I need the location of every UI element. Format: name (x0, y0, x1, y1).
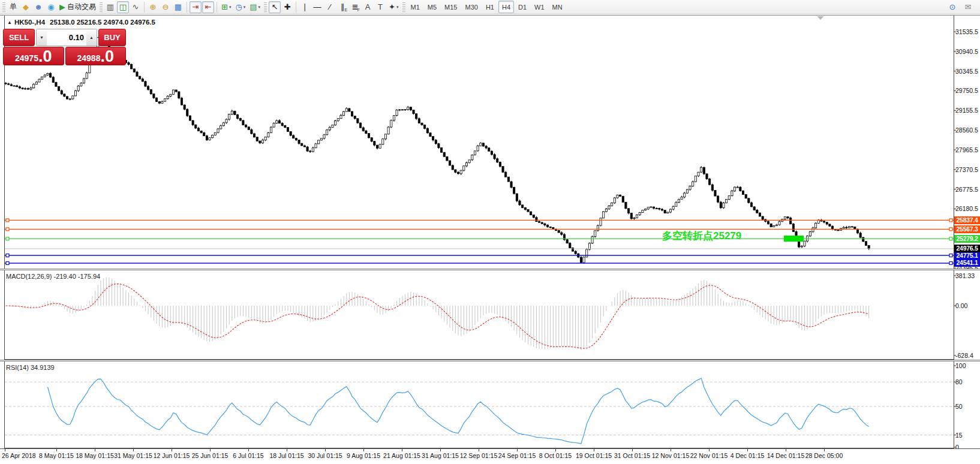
signal-icon-icon: ◉ (47, 2, 54, 11)
candlestick-button[interactable]: ◫ (117, 1, 129, 13)
fibonacci-button[interactable]: ≣F (349, 1, 361, 13)
cursor-button[interactable]: ↖ (269, 1, 281, 13)
highlight-rectangle[interactable] (784, 236, 804, 242)
time-label: 14 Dec 01:15 (767, 452, 804, 459)
line-anchor[interactable] (6, 228, 9, 231)
main-chart-plot[interactable] (0, 16, 980, 269)
time-label: 28 Dec 05:00 (805, 452, 843, 459)
chart-shift-button[interactable]: ⇤ (202, 1, 214, 13)
time-label: 31 May 01:15 (114, 452, 152, 459)
timeframe-m5-button[interactable]: M5 (424, 1, 440, 13)
level-price-label[interactable]: 24541.1 (954, 259, 980, 267)
search-icon-button[interactable]: ⊙ (946, 1, 958, 13)
new-order-button[interactable]: 单 (7, 1, 19, 13)
volume-increase-button[interactable]: ▲ (86, 29, 97, 46)
chat-bubbles-icon-button[interactable]: ✉ (962, 1, 974, 13)
level-price-label[interactable]: 25279.2 (954, 235, 980, 243)
line-chart-button[interactable]: ∿ (130, 1, 142, 13)
signal-icon[interactable]: ◉ (45, 1, 57, 13)
tile-windows-button[interactable]: ▦ (172, 1, 184, 13)
dropdown-arrow-icon[interactable]: ▾ (229, 5, 232, 10)
time-tick (287, 449, 287, 451)
time-tick (594, 449, 594, 451)
time-label: 31 Aug 01:15 (422, 452, 459, 459)
periods-button[interactable]: ◷▾ (233, 1, 247, 13)
time-label: 12 Sep 01:15 (460, 452, 497, 459)
volume-decrease-button[interactable]: ▼ (37, 29, 47, 46)
buy-price-button[interactable]: 24988 .0 (65, 47, 127, 65)
text-label-button[interactable]: T (374, 1, 386, 13)
time-label: 30 Jul 01:15 (308, 452, 342, 459)
rsi-scale-label: 50 (955, 403, 980, 410)
dropdown-arrow-icon[interactable]: ▾ (244, 5, 246, 10)
price-tick-label: 26775.5 (955, 186, 980, 193)
rsi-plot[interactable] (0, 361, 980, 448)
dropdown-arrow-icon[interactable]: ▾ (258, 5, 261, 10)
toolbar-group-objects: ∣—∕∥E≣FAT✦▾ (299, 1, 400, 13)
notebook-icon[interactable]: ◆ (20, 1, 32, 13)
zoom-in-button[interactable]: ⊕ (147, 1, 159, 13)
horizontal-line-button[interactable]: — (311, 1, 323, 13)
line-anchor[interactable] (949, 237, 952, 240)
sell-button[interactable]: SELL (3, 29, 35, 46)
macd-plot[interactable] (0, 270, 980, 360)
line-anchor[interactable] (6, 219, 9, 222)
timeframe-d1-button[interactable]: D1 (515, 1, 530, 13)
line-anchor[interactable] (6, 237, 9, 240)
toolbar-separator (144, 2, 145, 13)
timeframe-m30-button[interactable]: M30 (461, 1, 481, 13)
line-anchor[interactable] (6, 254, 9, 257)
time-tick (363, 449, 364, 451)
zoom-out-button[interactable]: ⊖ (160, 1, 172, 13)
tile-windows-icon: ▦ (175, 2, 182, 11)
crosshair-button[interactable]: ✚ (281, 1, 293, 13)
arrows-button[interactable]: ✦▾ (387, 1, 400, 13)
templates-button[interactable]: ▤▾ (248, 1, 262, 13)
toolbar-group-timeframes: M1M5M15M30H1H4D1W1MN (407, 1, 566, 13)
expert-advisor-icon[interactable]: ☻ (32, 1, 44, 13)
sell-price-button[interactable]: 24975 .0 (3, 47, 64, 65)
timeframe-m15-button[interactable]: M15 (441, 1, 461, 13)
line-anchor[interactable] (949, 228, 952, 231)
timeframe-h1-button[interactable]: H1 (482, 1, 498, 13)
time-label: 18 Jul 01:15 (269, 452, 303, 459)
auto-scroll-button[interactable]: ⇥ (190, 1, 202, 13)
chart-shift-marker[interactable] (817, 16, 824, 20)
bar-chart-button[interactable]: ▥ (104, 1, 116, 13)
vertical-line-button[interactable]: ∣ (299, 1, 311, 13)
macd-signal-line (6, 284, 869, 349)
trendline-button[interactable]: ∕ (324, 1, 336, 13)
text-button[interactable]: A (362, 1, 374, 13)
volume-input[interactable] (47, 29, 86, 46)
timeframe-h4-button[interactable]: H4 (498, 1, 514, 13)
time-label: 8 May 01:15 (39, 452, 74, 459)
price-tick-label: 28560.5 (955, 126, 980, 134)
price-tick-label: 27370.5 (955, 166, 980, 173)
autotrading-button[interactable]: ▶自动交易 (58, 1, 98, 13)
line-anchor[interactable] (949, 219, 952, 222)
zoom-out-icon: ⊖ (163, 2, 169, 11)
level-price-label[interactable]: 25567.3 (954, 225, 980, 233)
new-chart-button[interactable]: ⊞▾ (220, 1, 233, 13)
timeframe-mn-button[interactable]: MN (549, 1, 566, 13)
equidistant-channel-button[interactable]: ∥E (336, 1, 348, 13)
level-price-label[interactable]: 24775.1 (954, 252, 980, 260)
time-axis[interactable]: 26 Apr 20188 May 01:1518 May 01:1531 May… (0, 448, 980, 464)
toolbar: 单◆☻◉▶自动交易 ▥◫∿ ⊕⊖▦ ⇥⇤ ⊞▾◷▾▤▾ ↖✚ ∣—∕∥E≣FAT… (0, 0, 980, 14)
line-anchor[interactable] (949, 261, 952, 264)
chart-title: ▲HK50-,H425138.0 25216.5 24974.0 24976.5 (7, 19, 155, 26)
timeframe-m1-button[interactable]: M1 (407, 1, 423, 13)
collapse-triangle-icon[interactable]: ▲ (7, 20, 12, 25)
toolbar-group-chart-type: ▥◫∿ (104, 1, 142, 13)
level-price-label[interactable]: 25837.4 (954, 216, 980, 224)
timeframe-w1-button[interactable]: W1 (531, 1, 548, 13)
buy-button[interactable]: BUY (98, 29, 126, 46)
price-tick-label: 27965.5 (955, 146, 980, 153)
line-anchor[interactable] (949, 254, 952, 257)
annotation-text[interactable]: 多空转折点25279 (662, 229, 741, 243)
dropdown-arrow-icon[interactable]: ▾ (396, 5, 399, 10)
line-anchor[interactable] (6, 261, 9, 264)
volume-stepper: ▼ ▲ (36, 29, 97, 46)
time-label: 26 Apr 2018 (2, 452, 36, 459)
icon-sub-letter: E (344, 8, 347, 12)
